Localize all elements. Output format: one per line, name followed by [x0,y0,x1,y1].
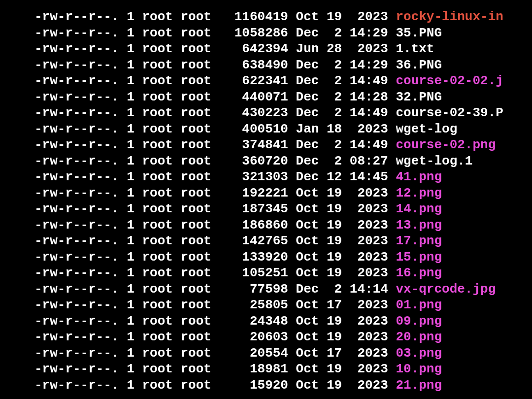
file-owner: root [142,186,172,200]
file-group: root [181,266,211,280]
file-permissions: -rw-r--r--. [34,233,119,248]
file-group: root [181,169,211,184]
file-group: root [181,41,211,56]
file-name: 35.PNG [396,26,442,40]
file-permissions: -rw-r--r--. [34,26,119,40]
file-owner: root [142,9,172,24]
file-date: Oct 19 2023 [296,9,388,24]
file-name: 01.png [396,298,442,312]
file-size: 142765 [219,233,288,248]
file-owner: root [142,122,172,136]
file-links: 1 [127,378,134,393]
file-permissions: -rw-r--r--. [34,169,119,184]
file-name: 09.png [396,314,442,329]
file-links: 1 [127,266,134,280]
file-owner: root [142,282,172,297]
file-group: root [181,314,211,329]
file-group: root [181,201,211,216]
file-links: 1 [127,362,134,376]
file-name: 03.png [396,346,442,361]
file-name: 41.png [396,169,442,184]
file-owner: root [142,378,172,393]
file-permissions: -rw-r--r--. [34,330,119,344]
file-date: Oct 19 2023 [296,201,388,216]
file-row: -rw-r--r--. 1 root root 642394 Jun 28 20… [0,41,532,57]
file-size: 1058286 [219,26,288,40]
file-size: 374841 [219,137,288,152]
file-name: course-02-02.j [396,73,503,88]
file-owner: root [142,58,172,72]
terminal-output[interactable]: -rw-r--r--. 1 root root 1160419 Oct 19 2… [0,9,532,393]
file-group: root [181,105,211,120]
file-owner: root [142,169,172,184]
file-row: -rw-r--r--. 1 root root 192221 Oct 19 20… [0,185,532,201]
file-permissions: -rw-r--r--. [34,73,119,88]
file-group: root [181,154,211,168]
file-date: Dec 2 14:29 [296,26,388,40]
file-group: root [181,250,211,265]
file-row: -rw-r--r--. 1 root root 186860 Oct 19 20… [0,217,532,233]
file-size: 18981 [219,362,288,376]
file-size: 25805 [219,298,288,312]
file-size: 360720 [219,154,288,168]
file-row: -rw-r--r--. 1 root root 105251 Oct 19 20… [0,265,532,281]
file-date: Oct 19 2023 [296,266,388,280]
file-links: 1 [127,90,134,104]
file-group: root [181,137,211,152]
file-name: wget-log [396,122,457,136]
file-size: 440071 [219,90,288,104]
file-date: Dec 2 14:49 [296,137,388,152]
file-size: 105251 [219,266,288,280]
file-links: 1 [127,346,134,361]
file-name: course-02.png [396,137,496,152]
file-group: root [181,298,211,312]
file-size: 638490 [219,58,288,72]
file-date: Dec 2 08:27 [296,154,388,168]
file-name: 13.png [396,218,442,233]
file-permissions: -rw-r--r--. [34,154,119,168]
file-row: -rw-r--r--. 1 root root 20603 Oct 19 202… [0,329,532,345]
file-row: -rw-r--r--. 1 root root 1160419 Oct 19 2… [0,9,532,25]
file-row: -rw-r--r--. 1 root root 400510 Jan 18 20… [0,121,532,137]
file-permissions: -rw-r--r--. [34,186,119,200]
file-size: 20554 [219,346,288,361]
file-links: 1 [127,58,134,72]
file-name: wget-log.1 [396,154,472,168]
file-size: 321303 [219,169,288,184]
file-date: Dec 2 14:28 [296,90,388,104]
file-row: -rw-r--r--. 1 root root 187345 Oct 19 20… [0,201,532,217]
file-links: 1 [127,169,134,184]
file-group: root [181,9,211,24]
file-group: root [181,122,211,136]
file-name: 15.png [396,250,442,265]
file-name: 14.png [396,201,442,216]
file-permissions: -rw-r--r--. [34,250,119,265]
file-group: root [181,282,211,297]
file-size: 622341 [219,73,288,88]
file-date: Dec 2 14:49 [296,73,388,88]
file-permissions: -rw-r--r--. [34,201,119,216]
file-name: 1.txt [396,41,434,56]
file-links: 1 [127,250,134,265]
file-permissions: -rw-r--r--. [34,378,119,393]
file-group: root [181,26,211,40]
file-links: 1 [127,201,134,216]
file-links: 1 [127,9,134,24]
file-size: 186860 [219,218,288,233]
file-size: 400510 [219,122,288,136]
file-size: 642394 [219,41,288,56]
file-name: 21.png [396,378,442,393]
file-row: -rw-r--r--. 1 root root 638490 Dec 2 14:… [0,57,532,73]
file-permissions: -rw-r--r--. [34,9,119,24]
file-permissions: -rw-r--r--. [34,346,119,361]
file-owner: root [142,330,172,344]
file-links: 1 [127,73,134,88]
file-row: -rw-r--r--. 1 root root 440071 Dec 2 14:… [0,89,532,105]
file-group: root [181,73,211,88]
file-size: 20603 [219,330,288,344]
file-date: Dec 2 14:29 [296,58,388,72]
file-size: 24348 [219,314,288,329]
file-size: 15920 [219,378,288,393]
file-name: 12.png [396,186,442,200]
file-permissions: -rw-r--r--. [34,362,119,376]
